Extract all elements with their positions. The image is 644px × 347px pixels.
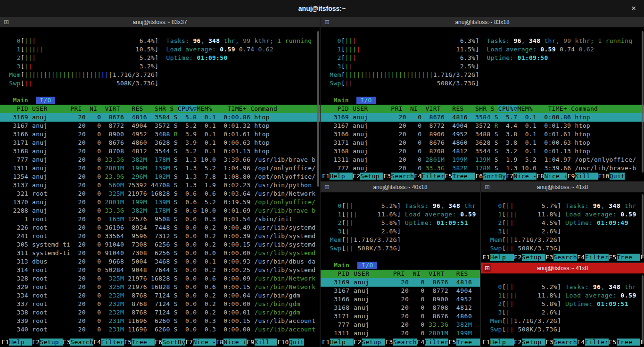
function-key-label[interactable]: SortBy [483,173,506,180]
function-key-label[interactable]: SortBy [162,339,185,346]
function-key[interactable]: F2 [354,339,362,346]
function-key-label[interactable]: Filter [585,254,609,261]
terminal-content[interactable]: 0[|| 5.7%] Tasks: 96, 348 thr 1[||| 11.8… [481,192,644,262]
function-key-label[interactable]: Help [330,173,353,180]
function-key[interactable]: F4 [577,339,585,346]
function-key-label[interactable]: Search [70,339,93,346]
terminal-content[interactable]: 0[|| 5.2%] Tasks: 96, 348 thr 1[||| 11.8… [481,273,644,347]
pane-grid-icon[interactable]: ⊞ [323,183,331,191]
function-key-label[interactable]: Tree [456,339,480,346]
function-key[interactable]: F4 [417,339,425,346]
pane-titlebar[interactable]: ⊞ anuj@itsfoss:~ 83x18 [321,17,644,27]
sort-column-header[interactable]: CPU%▽ [178,105,197,112]
function-key-label[interactable]: Filter [425,339,448,346]
selected-process-row[interactable]: 3169 anuj 20 0 8676 4816 [321,278,480,287]
terminal-pane-83x18[interactable]: ⊞ anuj@itsfoss:~ 83x18 0[||| 6.3%] Tasks… [321,17,644,181]
function-key[interactable]: F5 [609,254,617,261]
function-key-label[interactable]: Quit [610,173,625,180]
function-key-label[interactable]: Filter [585,339,609,346]
scrollbar[interactable] [642,275,644,344]
function-key[interactable]: F1 [1,339,9,346]
pane-grid-icon[interactable]: ⊞ [483,264,491,272]
function-key-label[interactable]: Setup [40,339,63,346]
pane-titlebar[interactable]: ⊞ anuj@itsfoss:~ 83x37 [0,17,320,27]
close-button[interactable]: × [629,4,638,13]
function-key-label[interactable]: Setup [522,339,545,346]
function-key-label[interactable]: Nice + [223,339,247,346]
function-key-label[interactable]: Search [553,339,577,346]
function-key[interactable]: F3 [545,339,553,346]
pane-grid-icon[interactable]: ⊞ [2,18,10,26]
function-key-label[interactable]: Tree [617,339,640,346]
function-key-label[interactable]: Help [9,339,32,346]
function-key[interactable]: F7 [506,173,513,180]
function-key[interactable]: F9 [247,339,254,346]
selected-process-row[interactable]: 3169 anuj 20 0 8676 4816 3584 S 5.7 0.1 … [321,113,644,122]
tab-io[interactable]: I/O [357,262,377,269]
function-key-label[interactable]: Help [330,339,354,346]
function-key[interactable]: F10 [598,173,609,180]
function-key[interactable]: F6 [155,339,162,346]
scrollbar[interactable] [317,31,319,187]
function-key[interactable]: F9 [567,173,575,180]
function-key[interactable]: F8 [216,339,223,346]
tab-io[interactable]: I/O [36,97,55,104]
function-key[interactable]: F3 [545,254,553,261]
terminal-pane-40x18[interactable]: ⊞ anuj@itsfoss:~ 40x18 0[|| 5.2%] Tasks:… [321,182,480,347]
tab-main[interactable]: Main [333,97,349,104]
function-key-label[interactable]: Tree [132,339,155,346]
pane-titlebar[interactable]: ⊞ anuj@itsfoss:~ 40x18 [321,182,480,192]
function-key[interactable]: F4 [414,173,421,180]
function-key[interactable]: F2 [32,339,40,346]
function-key[interactable]: F8 [537,173,544,180]
function-key[interactable]: F10 [277,339,289,346]
terminal-content[interactable]: 0[||| 6.3%] Tasks: 96, 348 thr, 99 kthr;… [321,27,644,181]
function-key-bar[interactable]: F1Help F2Setup F3SearchF4FilterF5Tree F [481,338,644,347]
function-key-label[interactable]: Kill [575,173,598,180]
pane-grid-icon[interactable]: ⊞ [323,18,331,26]
function-key[interactable]: F5 [448,339,456,346]
pane-titlebar[interactable]: ⊞ anuj@itsfoss:~ 41x8 [481,182,644,192]
function-key-label[interactable]: Filter [421,173,445,180]
function-key-label[interactable]: Quit [289,339,305,346]
sort-column-header[interactable]: CPU%▽ [498,105,518,112]
function-key-bar[interactable]: F1Help F2Setup F3SearchF4FilterF5Tree F6… [321,172,644,181]
function-key-label[interactable]: Filter [101,339,124,346]
terminal-pane-41x8-top[interactable]: ⊞ anuj@itsfoss:~ 41x8 0[|| 5.7%] Tasks: … [481,182,644,262]
function-key-bar[interactable]: F1Help F2Setup F3SearchF4FilterF5Tree F6… [0,338,320,347]
selected-process-row[interactable]: 3169 anuj 20 0 8676 4816 3584 S 5.8 0.1 … [0,113,320,122]
function-key-label[interactable]: Setup [362,339,385,346]
function-key[interactable]: F7 [185,339,193,346]
function-key[interactable]: F5 [124,339,132,346]
function-key-label[interactable]: Nice - [513,173,537,180]
function-key[interactable]: F6 [475,173,483,180]
function-key-label[interactable]: Tree [617,254,640,261]
function-key[interactable]: F3 [63,339,70,346]
function-key-label[interactable]: Nice - [193,339,216,346]
function-key-label[interactable]: Search [393,339,417,346]
function-key-bar[interactable]: F1Help F2Setup F3SearchF4FilterF5Tree [321,338,480,347]
scrollbar[interactable] [642,194,644,258]
function-key[interactable]: F5 [445,173,452,180]
function-key[interactable]: F2 [514,254,522,261]
function-key-label[interactable]: Nice + [544,173,567,180]
function-key-label[interactable]: Search [553,254,577,261]
function-key[interactable]: F2 [514,339,522,346]
tab-main[interactable]: Main [13,97,28,104]
function-key-label[interactable]: Kill [255,339,278,346]
function-key-label[interactable]: Setup [522,254,545,261]
function-key[interactable]: F5 [609,339,617,346]
function-key-label[interactable]: Setup [360,173,383,180]
terminal-content[interactable]: 0[|| 5.2%] Tasks: 96, 348 thr 1[||| 11.6… [321,192,480,347]
function-key-label[interactable]: Tree [452,173,475,180]
function-key[interactable]: F2 [353,173,360,180]
function-key-label[interactable]: Help [490,339,514,346]
function-key[interactable]: F3 [385,339,393,346]
function-key[interactable]: F1 [482,339,490,346]
tab-io[interactable]: I/O [356,97,376,104]
terminal-pane-83x37[interactable]: ⊞ anuj@itsfoss:~ 83x37 0[||| 6.4%] Tasks… [0,17,320,347]
function-key-label[interactable]: Search [391,173,414,180]
tab-main[interactable]: Main [334,262,350,269]
function-key[interactable]: F4 [93,339,101,346]
function-key[interactable]: F4 [577,254,585,261]
